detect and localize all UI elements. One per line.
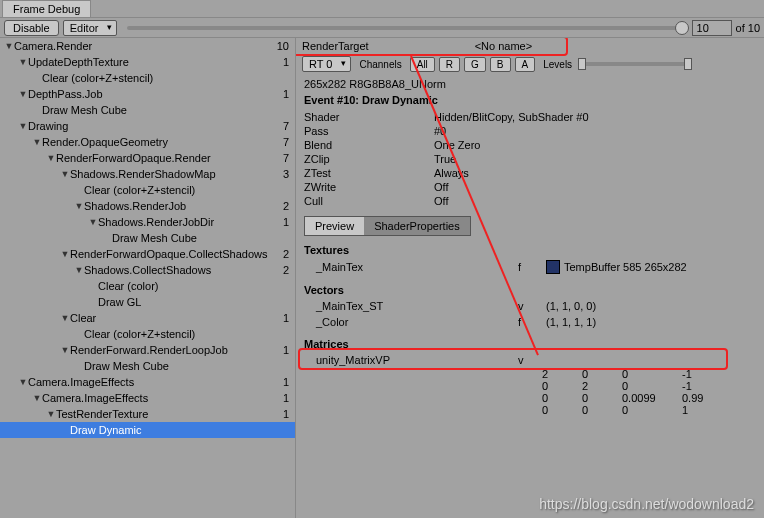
matrix-cell: 0 [622, 404, 682, 416]
rt0-dropdown[interactable]: RT 0 [302, 56, 351, 72]
channel-g-button[interactable]: G [464, 57, 486, 72]
matrix-cell: 0 [542, 404, 582, 416]
expand-icon[interactable]: ▼ [18, 57, 28, 67]
matrix-cell: 2 [542, 368, 582, 380]
channel-all-button[interactable]: All [410, 57, 435, 72]
tree-row[interactable]: Draw Mesh Cube [0, 358, 295, 374]
event-property-row: ZTestAlways [304, 166, 756, 180]
tab-shader-properties[interactable]: ShaderProperties [364, 217, 470, 235]
tree-row[interactable]: ▼Shadows.RenderJobDir1 [0, 214, 295, 230]
prop-key: ZTest [304, 167, 434, 179]
tree-count: 1 [283, 56, 295, 68]
expand-icon[interactable]: ▼ [18, 89, 28, 99]
frame-total-label: of 10 [736, 22, 760, 34]
tree-count: 3 [283, 168, 295, 180]
expand-icon[interactable]: ▼ [4, 41, 14, 51]
prop-key: Cull [304, 195, 434, 207]
tree-row[interactable]: Draw Mesh Cube [0, 230, 295, 246]
expand-icon[interactable]: ▼ [74, 201, 84, 211]
tree-row[interactable]: ▼RenderForward.RenderLoopJob1 [0, 342, 295, 358]
matrix-cell: 0 [542, 392, 582, 404]
tab-preview[interactable]: Preview [305, 217, 364, 235]
tree-count: 1 [283, 376, 295, 388]
tree-row[interactable]: ▼Camera.ImageEffects1 [0, 390, 295, 406]
expand-icon[interactable]: ▼ [60, 249, 70, 259]
tree-row[interactable]: ▼Clear1 [0, 310, 295, 326]
tree-label: RenderForwardOpaque.CollectShadows [70, 248, 268, 260]
tree-row[interactable]: Clear (color+Z+stencil) [0, 70, 295, 86]
tree-row[interactable]: ▼RenderForwardOpaque.CollectShadows2 [0, 246, 295, 262]
channels-label: Channels [355, 59, 405, 70]
tree-label: Clear [70, 312, 96, 324]
frame-number-field[interactable]: 10 [692, 20, 732, 36]
vector-value: (1, 1, 1, 1) [546, 316, 596, 328]
tree-label: RenderForwardOpaque.Render [56, 152, 211, 164]
tree-row[interactable]: ▼Drawing7 [0, 118, 295, 134]
tree-row[interactable]: Clear (color+Z+stencil) [0, 326, 295, 342]
tree-row[interactable]: ▼TestRenderTexture1 [0, 406, 295, 422]
tree-row[interactable]: ▼Shadows.CollectShadows2 [0, 262, 295, 278]
tree-row[interactable]: Clear (color+Z+stencil) [0, 182, 295, 198]
expand-icon[interactable]: ▼ [74, 265, 84, 275]
detail-tabs: Preview ShaderProperties [304, 216, 471, 236]
tree-label: Shadows.RenderShadowMap [70, 168, 216, 180]
vector-type: f [518, 316, 542, 328]
expand-icon[interactable]: ▼ [46, 409, 56, 419]
frame-slider[interactable] [127, 26, 681, 30]
tree-row[interactable]: ▼UpdateDepthTexture1 [0, 54, 295, 70]
event-property-row: Pass#0 [304, 124, 756, 138]
tree-label: Render.OpaqueGeometry [42, 136, 168, 148]
tree-row[interactable]: Draw Dynamic [0, 422, 295, 438]
expand-icon[interactable]: ▼ [18, 121, 28, 131]
tree-row[interactable]: Clear (color) [0, 278, 295, 294]
tree-count: 7 [283, 136, 295, 148]
window-tab[interactable]: Frame Debug [2, 0, 91, 17]
tree-label: Draw GL [98, 296, 141, 308]
expand-icon[interactable]: ▼ [60, 313, 70, 323]
expand-icon[interactable]: ▼ [32, 137, 42, 147]
tree-row[interactable]: ▼Camera.Render10 [0, 38, 295, 54]
tree-count: 1 [283, 408, 295, 420]
expand-icon[interactable]: ▼ [46, 153, 56, 163]
texture-row[interactable]: _MainTex f TempBuffer 585 265x282 [296, 258, 764, 276]
expand-icon[interactable]: ▼ [18, 377, 28, 387]
texture-swatch [546, 260, 560, 274]
toolbar: Disable Editor 10 of 10 [0, 18, 764, 38]
render-target-value: <No name> [475, 40, 532, 52]
tree-row[interactable]: Draw Mesh Cube [0, 102, 295, 118]
tree-row[interactable]: ▼RenderForwardOpaque.Render7 [0, 150, 295, 166]
matrices-header: Matrices [304, 338, 756, 350]
expand-icon[interactable]: ▼ [88, 217, 98, 227]
matrix-cell: 0 [582, 392, 622, 404]
levels-label: Levels [539, 59, 576, 70]
tree-label: Clear (color) [98, 280, 159, 292]
tree-row[interactable]: Draw GL [0, 294, 295, 310]
expand-icon[interactable]: ▼ [32, 393, 42, 403]
texture-type: f [518, 261, 542, 273]
tree-row[interactable]: ▼DepthPass.Job1 [0, 86, 295, 102]
tree-count: 2 [283, 248, 295, 260]
matrix-row: unity_MatrixVP v [296, 352, 764, 368]
expand-icon[interactable]: ▼ [60, 169, 70, 179]
tree-row[interactable]: ▼Render.OpaqueGeometry7 [0, 134, 295, 150]
tree-label: Draw Dynamic [70, 424, 142, 436]
channel-b-button[interactable]: B [490, 57, 511, 72]
channel-a-button[interactable]: A [515, 57, 536, 72]
matrix-cell: 0 [582, 368, 622, 380]
tree-count: 2 [283, 200, 295, 212]
matrix-cell: 0 [622, 368, 682, 380]
tree-row[interactable]: ▼Camera.ImageEffects1 [0, 374, 295, 390]
textures-header: Textures [304, 244, 756, 256]
channel-r-button[interactable]: R [439, 57, 460, 72]
tree-label: Camera.ImageEffects [28, 376, 134, 388]
expand-icon[interactable]: ▼ [60, 345, 70, 355]
tree-label: TestRenderTexture [56, 408, 148, 420]
disable-button[interactable]: Disable [4, 20, 59, 36]
editor-dropdown[interactable]: Editor [63, 20, 118, 36]
prop-key: Shader [304, 111, 434, 123]
matrix-type: v [518, 354, 542, 366]
tree-row[interactable]: ▼Shadows.RenderJob2 [0, 198, 295, 214]
tree-row[interactable]: ▼Shadows.RenderShadowMap3 [0, 166, 295, 182]
levels-slider[interactable] [580, 62, 690, 66]
tree-count: 7 [283, 152, 295, 164]
